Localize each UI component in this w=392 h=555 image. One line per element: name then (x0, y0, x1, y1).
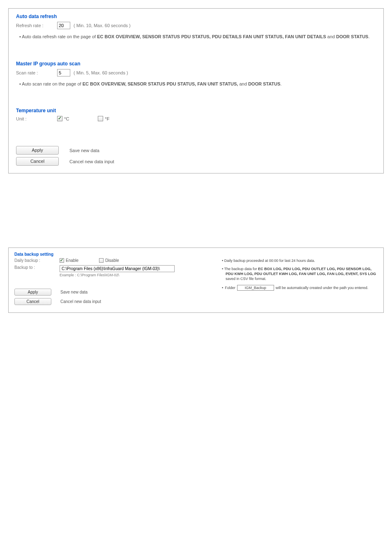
temp-unit-section: Temperature unit Unit : °C °F (16, 108, 376, 121)
settings-panel-1: Auto data refresh Refresh rate : ( Min. … (8, 8, 384, 173)
cancel-button[interactable]: Cancel (16, 157, 59, 166)
cancel-desc: Cancel new data input (69, 159, 114, 164)
auto-scan-title: Master IP groups auto scan (16, 61, 376, 67)
refresh-rate-hint: ( Min. 10, Max. 60 seconds ) (74, 23, 131, 28)
backup-left-col: Daily backup : Enable Disable Backup to … (14, 258, 203, 305)
auto-refresh-section: Auto data refresh Refresh rate : ( Min. … (16, 14, 376, 40)
disable-checkbox[interactable] (99, 258, 104, 263)
temp-unit-title: Temperature unit (16, 108, 376, 113)
fahrenheit-checkbox[interactable] (98, 116, 103, 121)
auto-scan-section: Master IP groups auto scan Scan rate : (… (16, 61, 376, 88)
folder-pre: Folder (225, 286, 235, 290)
scan-rate-input[interactable] (57, 69, 70, 76)
daily-backup-label: Daily backup : (14, 258, 60, 263)
backup-folder-note: Folder IGM_Backup will be automatically … (220, 285, 378, 291)
refresh-rate-input[interactable] (57, 22, 70, 29)
scan-rate-hint: ( Min. 5, Max. 60 seconds ) (74, 70, 128, 75)
backup-example: Example : C:\Program Files\IGM-02\ (60, 273, 175, 277)
backup-cancel-desc: Cancel new data input (60, 299, 101, 304)
enable-label: Enable (66, 258, 78, 263)
apply-button[interactable]: Apply (16, 146, 59, 155)
auto-refresh-note: Auto data refresh rate on the page of EC… (16, 33, 376, 40)
backup-apply-desc: Save new data (60, 290, 88, 294)
backup-note-1: Daily backup proceeded at 00:00 for last… (220, 258, 378, 263)
backup-cancel-button[interactable]: Cancel (14, 298, 51, 305)
backup-path-input[interactable] (60, 265, 175, 272)
refresh-rate-label: Refresh rate : (16, 23, 57, 28)
fahrenheit-label: °F (105, 116, 109, 121)
backup-note-2: The backup data for EC BOX LOG, PDU LOG,… (220, 266, 378, 281)
backup-panel: Data backup setting Daily backup : Enabl… (8, 247, 384, 313)
disable-label: Disable (105, 258, 119, 263)
apply-desc: Save new data (69, 148, 99, 153)
backup-apply-button[interactable]: Apply (14, 289, 51, 296)
auto-refresh-title: Auto data refresh (16, 14, 376, 19)
backup-title: Data backup setting (14, 252, 378, 257)
folder-name-box: IGM_Backup (237, 285, 274, 291)
enable-checkbox[interactable] (60, 258, 64, 263)
celsius-label: °C (64, 116, 69, 121)
celsius-checkbox[interactable] (57, 116, 62, 121)
temp-unit-label: Unit : (16, 116, 57, 121)
auto-scan-note: Auto scan rate on the page of EC BOX OVE… (16, 81, 376, 88)
folder-post: will be automatically created under the … (276, 286, 369, 290)
backup-to-label: Backup to : (14, 265, 60, 270)
backup-right-col: Daily backup proceeded at 00:00 for last… (220, 258, 378, 305)
scan-rate-label: Scan rate : (16, 70, 57, 75)
